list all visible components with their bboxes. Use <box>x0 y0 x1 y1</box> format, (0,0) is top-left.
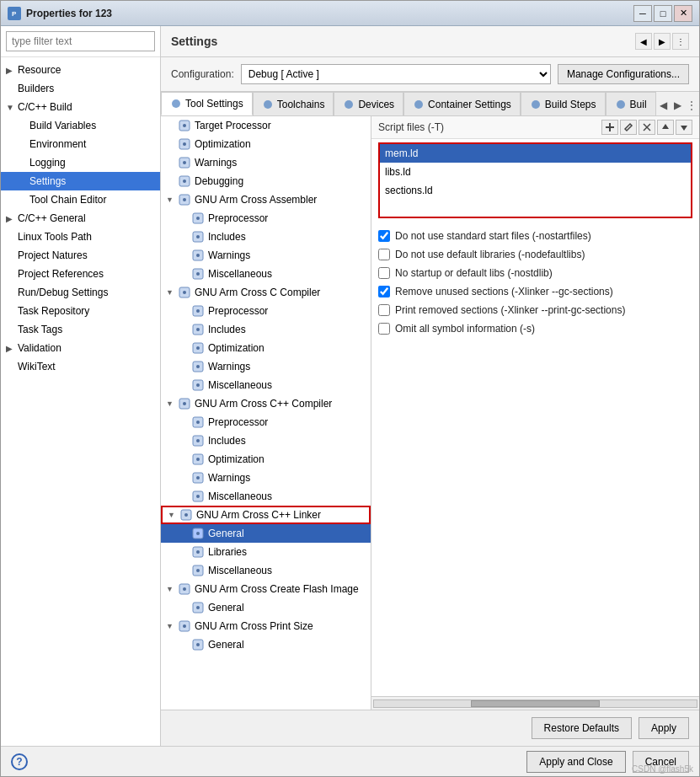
tool-label-linker_general: General <box>208 528 244 539</box>
move-down-script-button[interactable] <box>676 120 692 135</box>
sidebar-item-run_debug_settings[interactable]: Run/Debug Settings <box>1 283 160 302</box>
nav-menu-button[interactable]: ⋮ <box>672 33 689 50</box>
tabs-overflow-right[interactable]: ▶ <box>671 95 685 115</box>
sidebar-item-task_tags[interactable]: Task Tags <box>1 320 160 339</box>
help-button[interactable]: ? <box>11 753 28 770</box>
tool-tree-item-cpp_comp_preprocessor[interactable]: Preprocessor <box>161 413 371 431</box>
sidebar-item-label-cpp_build: C/C++ Build <box>18 101 72 113</box>
sidebar-item-logging[interactable]: Logging <box>1 153 160 172</box>
svg-point-4 <box>345 100 353 109</box>
checkbox-print_gc[interactable] <box>378 304 390 316</box>
sidebar-item-task_repository[interactable]: Task Repository <box>1 302 160 320</box>
sidebar-item-wikitext[interactable]: WikiText <box>1 357 160 376</box>
checkbox-no_defaultlibs[interactable] <box>378 249 390 260</box>
delete-script-button[interactable] <box>639 120 655 135</box>
apply-close-button[interactable]: Apply and Close <box>526 751 625 773</box>
tab-icon <box>413 99 425 110</box>
tab-build_steps[interactable]: Build Steps <box>521 92 606 115</box>
tool-tree-item-debugging[interactable]: Debugging <box>161 172 371 190</box>
close-button[interactable]: ✕ <box>674 5 692 22</box>
tool-tree-item-flash_general[interactable]: General <box>161 598 371 617</box>
tool-icon <box>178 397 191 410</box>
sidebar-item-cpp_general[interactable]: ▶C/C++ General <box>1 209 160 228</box>
watermark: CSDN @flash5k <box>632 764 693 774</box>
tool-tree-item-cpp_comp_warnings[interactable]: Warnings <box>161 469 371 487</box>
apply-button[interactable]: Apply <box>639 717 689 739</box>
svg-point-43 <box>196 439 200 442</box>
sidebar-item-resource[interactable]: ▶Resource <box>1 61 160 79</box>
tool-tree-item-c_includes[interactable]: Includes <box>161 320 371 339</box>
sidebar-item-validation[interactable]: ▶Validation <box>1 339 160 357</box>
tabs-menu-button[interactable]: ⋮ <box>685 95 699 115</box>
tool-label-gnu_arm_cross_flash: GNU Arm Cross Create Flash Image <box>195 583 359 595</box>
tool-tree-item-warnings[interactable]: Warnings <box>161 153 371 172</box>
tool-tree-item-linker_miscellaneous[interactable]: Miscellaneous <box>161 561 371 580</box>
tool-icon <box>191 527 205 540</box>
tab-tool_settings[interactable]: Tool Settings <box>161 92 253 115</box>
sidebar-item-cpp_build[interactable]: ▼C/C++ Build <box>1 98 160 116</box>
tool-icon <box>179 508 193 522</box>
tool-tree-item-linker_general[interactable]: General <box>161 524 371 543</box>
script-list-item[interactable]: libs.ld <box>380 163 691 181</box>
back-button[interactable]: ◀ <box>635 33 652 50</box>
tab-container_settings[interactable]: Container Settings <box>403 92 521 115</box>
minimize-button[interactable]: ─ <box>633 5 652 22</box>
tool-tree-item-optimization[interactable]: Optimization <box>161 135 371 153</box>
forward-button[interactable]: ▶ <box>654 33 671 50</box>
tool-tree-item-c_preprocessor[interactable]: Preprocessor <box>161 302 371 320</box>
tool-tree-item-asm_preprocessor[interactable]: Preprocessor <box>161 209 371 228</box>
sidebar-item-linux_tools_path[interactable]: Linux Tools Path <box>1 228 160 246</box>
tool-tree-item-c_optimization[interactable]: Optimization <box>161 339 371 357</box>
script-list-item[interactable]: mem.ld <box>380 144 691 163</box>
tool-tree-item-c_warnings[interactable]: Warnings <box>161 357 371 376</box>
checkbox-nostdlib[interactable] <box>378 267 390 279</box>
tool-tree-item-asm_warnings[interactable]: Warnings <box>161 246 371 265</box>
move-up-script-button[interactable] <box>657 120 674 135</box>
tab-buil[interactable]: Buil <box>606 92 656 115</box>
tool-tree-item-cpp_comp_miscellaneous[interactable]: Miscellaneous <box>161 487 371 506</box>
tool-tree-item-asm_includes[interactable]: Includes <box>161 228 371 246</box>
sidebar-item-build_variables[interactable]: Build Variables <box>1 116 160 135</box>
svg-point-41 <box>196 421 200 424</box>
sidebar-item-label-task_tags: Task Tags <box>18 324 62 335</box>
tool-tree-item-gnu_arm_cross_print[interactable]: ▼GNU Arm Cross Print Size <box>161 617 371 635</box>
checkbox-gc_sections[interactable] <box>378 286 390 297</box>
config-select[interactable]: Debug [ Active ] <box>241 64 551 84</box>
script-list-item[interactable]: sections.ld <box>380 181 691 200</box>
restore-defaults-button[interactable]: Restore Defaults <box>532 717 632 739</box>
edit-script-button[interactable] <box>620 120 637 135</box>
tool-label-c_includes: Includes <box>208 324 246 335</box>
sidebar-item-tool_chain_editor[interactable]: Tool Chain Editor <box>1 190 160 209</box>
tool-label-linker_miscellaneous: Miscellaneous <box>208 565 272 576</box>
tool-tree-item-cpp_comp_optimization[interactable]: Optimization <box>161 450 371 469</box>
tool-tree-item-linker_libraries[interactable]: Libraries <box>161 543 371 561</box>
tab-devices[interactable]: Devices <box>334 92 403 115</box>
tool-tree-item-print_general[interactable]: General <box>161 635 371 654</box>
tool-tree-item-gnu_arm_cross_cpp_linker[interactable]: ▼GNU Arm Cross C++ Linker <box>161 506 371 524</box>
tool-tree-item-asm_miscellaneous[interactable]: Miscellaneous <box>161 265 371 283</box>
scroll-thumb[interactable] <box>471 700 600 707</box>
tool-tree-item-cpp_comp_includes[interactable]: Includes <box>161 431 371 450</box>
sidebar-item-environment[interactable]: Environment <box>1 135 160 153</box>
sidebar-item-settings[interactable]: Settings <box>1 172 160 190</box>
sidebar-item-project_natures[interactable]: Project Natures <box>1 246 160 265</box>
maximize-button[interactable]: □ <box>654 5 672 22</box>
filter-input[interactable] <box>6 31 155 51</box>
checkbox-no_startfiles[interactable] <box>378 230 390 242</box>
sidebar-item-label-run_debug_settings: Run/Debug Settings <box>18 287 108 298</box>
tool-tree-item-gnu_arm_cross_c_compiler[interactable]: ▼GNU Arm Cross C Compiler <box>161 283 371 302</box>
horizontal-scrollbar[interactable] <box>371 696 699 710</box>
sidebar-item-project_references[interactable]: Project References <box>1 265 160 283</box>
tool-tree-item-c_miscellaneous[interactable]: Miscellaneous <box>161 376 371 394</box>
checkbox-omit_symbol[interactable] <box>378 323 390 335</box>
tool-tree-item-gnu_arm_cross_assembler[interactable]: ▼GNU Arm Cross Assembler <box>161 190 371 209</box>
tab-toolchains[interactable]: Toolchains <box>253 92 334 115</box>
tabs-overflow-button[interactable]: ◀ <box>656 95 671 115</box>
add-script-button[interactable] <box>601 120 618 135</box>
tool-tree-item-gnu_arm_cross_flash[interactable]: ▼GNU Arm Cross Create Flash Image <box>161 580 371 598</box>
manage-configurations-button[interactable]: Manage Configurations... <box>558 64 689 84</box>
tool-tree-item-target_processor[interactable]: Target Processor <box>161 116 371 135</box>
tool-tree-item-gnu_arm_cross_cpp_compiler[interactable]: ▼GNU Arm Cross C++ Compiler <box>161 394 371 413</box>
tool-tree-expander: ▼ <box>166 585 178 593</box>
sidebar-item-builders[interactable]: Builders <box>1 79 160 98</box>
